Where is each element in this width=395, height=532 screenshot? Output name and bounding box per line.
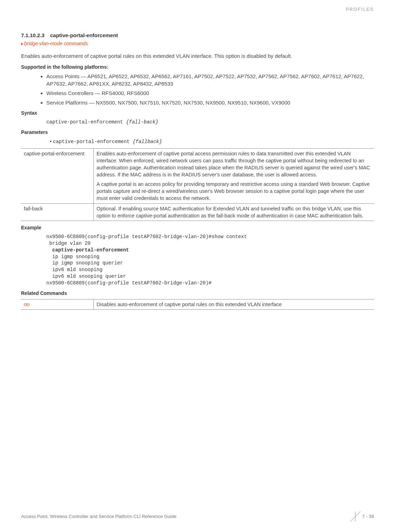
param-name-cell: fall-back bbox=[21, 203, 94, 221]
param-bullet-italic: {fallback} bbox=[133, 139, 162, 144]
param-desc-p1: Optional. If enabling source MAC authent… bbox=[97, 205, 371, 220]
table-row: fall-back Optional. If enabling source M… bbox=[21, 203, 374, 221]
syntax-italic: {fall-back} bbox=[126, 119, 158, 125]
param-bullet-plain: captive-portal-enforcement bbox=[53, 139, 133, 144]
code-line: nx9500-6C8809(config-profile testAP7602-… bbox=[46, 280, 211, 286]
page-header-category: PROFILES bbox=[346, 6, 374, 13]
breadcrumb-text: bridge-vlan-mode commands bbox=[24, 41, 88, 46]
footer-page-number: 7 - 39 bbox=[362, 513, 374, 520]
table-row: no Disables auto-enforcement of captive … bbox=[21, 299, 374, 309]
code-line: nx9500-6C8809(config-profile testAP7602-… bbox=[46, 234, 247, 240]
table-row: captive-portal-enforcement Enables auto-… bbox=[21, 148, 374, 203]
param-desc-p1: Enables auto-enforcement of captive port… bbox=[97, 150, 371, 179]
example-code: nx9500-6C8809(config-profile testAP7602-… bbox=[46, 234, 374, 287]
param-desc-cell: Enables auto-enforcement of captive port… bbox=[94, 148, 374, 203]
supported-heading: Supported in the following platforms: bbox=[21, 64, 374, 71]
footer-title: Access Point, Wireless Controller and Se… bbox=[21, 513, 176, 520]
list-item: Access Points — AP6521, AP6522, AP6532, … bbox=[46, 73, 374, 87]
list-item: Wireless Controllers — RFS4000, RFS6000 bbox=[46, 89, 374, 97]
code-line: ipv6 mld snooping bbox=[46, 267, 103, 272]
code-line: ip igmp snooping bbox=[46, 254, 99, 260]
related-commands-table: no Disables auto-enforcement of captive … bbox=[21, 299, 374, 310]
code-line: ip igmp snooping querier bbox=[46, 260, 123, 266]
supported-list: Access Points — AP6521, AP6522, AP6532, … bbox=[21, 73, 374, 106]
syntax-heading: Syntax bbox=[21, 110, 374, 117]
example-heading: Example bbox=[21, 224, 374, 231]
breadcrumb-arrow-icon: ▸ bbox=[21, 41, 24, 46]
param-desc-p2: A captive portal is an access policy for… bbox=[97, 181, 371, 202]
page-corner-icon bbox=[350, 512, 360, 521]
section-number: 7.1.10.2.3 bbox=[21, 32, 45, 38]
related-heading: Related Commands bbox=[21, 290, 374, 297]
code-line: bridge vlan 20 bbox=[46, 241, 91, 246]
related-cmd-desc: Disables auto-enforcement of captive por… bbox=[94, 299, 374, 309]
breadcrumb[interactable]: ▸bridge-vlan-mode commands bbox=[21, 40, 374, 47]
code-line-bold: captive-portal-enforcement bbox=[46, 247, 129, 253]
syntax-code: captive-portal-enforcement {fall-back} bbox=[46, 119, 374, 126]
list-item: Service Platforms — NX5500, NX7500, NX75… bbox=[46, 99, 374, 106]
intro-paragraph: Enables auto-enforcement of captive port… bbox=[21, 52, 374, 60]
related-cmd-link[interactable]: no bbox=[21, 299, 94, 309]
syntax-plain: captive-portal-enforcement bbox=[46, 119, 126, 125]
section-title: captive-portal-enforcement bbox=[50, 32, 118, 38]
param-name-cell: captive-portal-enforcement bbox=[21, 148, 94, 203]
parameters-heading: Parameters bbox=[21, 129, 374, 136]
parameters-table: captive-portal-enforcement Enables auto-… bbox=[21, 148, 374, 221]
footer-page-corner: 7 - 39 bbox=[350, 512, 374, 521]
page-footer: Access Point, Wireless Controller and Se… bbox=[21, 512, 374, 521]
section-heading: 7.1.10.2.3captive-portal-enforcement bbox=[21, 32, 374, 39]
parameters-bullet: • captive-portal-enforcement {fallback} bbox=[50, 138, 374, 146]
param-desc-cell: Optional. If enabling source MAC authent… bbox=[94, 203, 374, 221]
code-line: ipv6 mld snooping querier bbox=[46, 274, 126, 279]
